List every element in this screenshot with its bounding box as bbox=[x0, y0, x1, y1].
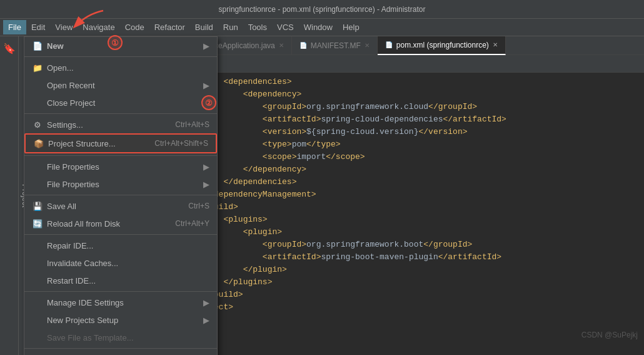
menu-vcs[interactable]: VCS bbox=[272, 20, 299, 34]
menu-invalidate-caches[interactable]: Invalidate Caches... bbox=[24, 254, 217, 272]
tab-close-icon[interactable]: ✕ bbox=[365, 42, 370, 49]
tab-manifest[interactable]: 📄 MANIFEST.MF ✕ bbox=[292, 36, 378, 55]
open-icon: 📁 bbox=[32, 62, 43, 73]
sep2 bbox=[24, 113, 217, 114]
invalidate-icon bbox=[32, 257, 43, 269]
menu-build[interactable]: Build bbox=[190, 20, 218, 34]
menu-open-recent[interactable]: Open Recent ▶ bbox=[24, 76, 217, 94]
code-line-52: <artifactId>spring-boot-maven-plugin</ar… bbox=[184, 251, 638, 264]
file-dropdown: 📄 New ▶ 📁 Open... Open Recent ▶ Close Pr… bbox=[24, 36, 218, 355]
arrow-icon: ▶ bbox=[203, 316, 209, 325]
code-line-44: </dependency> bbox=[184, 163, 638, 176]
menu-new-projects-setup[interactable]: New Projects Setup ▶ bbox=[24, 311, 217, 329]
open-recent-icon bbox=[32, 80, 43, 91]
code-line-43: <scope>import</scope> bbox=[184, 151, 638, 163]
code-line-53: </plugin> bbox=[184, 264, 638, 276]
menu-edit[interactable]: Edit bbox=[26, 20, 50, 34]
menu-save-file-template: Save File as Template... bbox=[24, 329, 217, 346]
code-line-46: </dependencyManagement> bbox=[184, 188, 638, 201]
left-sidebar: 🔖 bbox=[0, 36, 19, 355]
menu-manage-ide-settings[interactable]: Manage IDE Settings ▶ bbox=[24, 294, 217, 311]
xml-icon: 📄 bbox=[385, 41, 393, 48]
tab-pom[interactable]: 📄 pom.xml (springfunctionrce) ✕ bbox=[378, 36, 506, 55]
code-line-51: <groupId>org.springframework.boot</group… bbox=[184, 239, 638, 251]
arrow-icon: ▶ bbox=[203, 162, 209, 172]
arrow-icon: ▶ bbox=[203, 41, 209, 51]
menu-code[interactable]: Code bbox=[120, 20, 149, 34]
code-line-41: <version>${spring-cloud.version}</versio… bbox=[184, 126, 638, 138]
menu-help[interactable]: Help bbox=[338, 20, 365, 34]
restart-icon bbox=[32, 275, 43, 286]
manifest-icon: 📄 bbox=[299, 42, 307, 49]
menu-new-label: New bbox=[47, 41, 64, 51]
code-line-55: </build> bbox=[184, 289, 638, 301]
code-line-42: <type>pom</type> bbox=[184, 138, 638, 151]
sidebar-icon-1[interactable]: 🔖 bbox=[1, 39, 18, 57]
menu-close-project[interactable]: Close Project bbox=[24, 94, 217, 111]
watermark: CSDN @SuPejkj bbox=[581, 331, 638, 339]
sep3 bbox=[24, 155, 217, 156]
manage-ide-icon bbox=[32, 297, 43, 308]
menu-save-all[interactable]: 💾 Save All Ctrl+S bbox=[24, 197, 217, 215]
code-line-38: <dependency> bbox=[184, 88, 638, 101]
tab-close-icon[interactable]: ✕ bbox=[493, 41, 498, 48]
code-line-54: </plugins> bbox=[184, 276, 638, 289]
file-properties-icon bbox=[32, 161, 43, 172]
menu-local-history[interactable]: File Properties ▶ bbox=[24, 175, 217, 193]
menu-repair-ide[interactable]: Repair IDE... bbox=[24, 237, 217, 254]
save-icon: 💾 bbox=[32, 200, 43, 212]
reload-icon: 🔄 bbox=[32, 218, 43, 229]
settings-icon: ⚙ bbox=[32, 119, 43, 130]
arrow-icon: ▶ bbox=[203, 298, 209, 307]
menu-file[interactable]: File bbox=[3, 20, 26, 34]
code-line-48: <build> bbox=[184, 201, 638, 214]
code-line-40: <artifactId>spring-cloud-dependencies</a… bbox=[184, 113, 638, 126]
annotation-circle-2: ② bbox=[201, 95, 216, 110]
arrow-icon: ▶ bbox=[203, 180, 209, 189]
new-projects-icon bbox=[32, 314, 43, 326]
sep5 bbox=[24, 234, 217, 235]
project-structure-icon: 📦 bbox=[33, 138, 44, 149]
menu-tools[interactable]: Tools bbox=[243, 20, 272, 34]
sep1 bbox=[24, 56, 217, 57]
menu-refactor[interactable]: Refactor bbox=[149, 20, 190, 34]
annotation-circle-1: ① bbox=[108, 35, 123, 50]
close-project-icon bbox=[32, 97, 43, 108]
menu-open[interactable]: 📁 Open... bbox=[24, 59, 217, 76]
sep7 bbox=[24, 348, 217, 349]
menu-window[interactable]: Window bbox=[299, 20, 338, 34]
code-line-45: </dependencies> bbox=[184, 176, 638, 188]
arrow-annotation bbox=[69, 8, 106, 34]
arrow-icon: ▶ bbox=[203, 81, 209, 90]
code-content[interactable]: <dependencies> <dependency> <groupId>org… bbox=[178, 73, 644, 355]
repair-icon bbox=[32, 240, 43, 251]
code-line-39: <groupId>org.springframework.cloud</grou… bbox=[184, 101, 638, 113]
menu-run[interactable]: Run bbox=[218, 20, 243, 34]
code-line-50: <plugin> bbox=[184, 226, 638, 239]
sep6 bbox=[24, 291, 217, 292]
tab-close-icon[interactable]: ✕ bbox=[279, 42, 284, 49]
sep4 bbox=[24, 195, 217, 195]
code-line-37: <dependencies> bbox=[184, 76, 638, 88]
menu-reload-disk[interactable]: 🔄 Reload All from Disk Ctrl+Alt+Y bbox=[24, 215, 217, 232]
code-line-49: <plugins> bbox=[184, 214, 638, 226]
menu-project-structure[interactable]: 📦 Project Structure... Ctrl+Alt+Shift+S bbox=[24, 133, 217, 153]
local-history-icon bbox=[32, 178, 43, 190]
menu-settings[interactable]: ⚙ Settings... Ctrl+Alt+S bbox=[24, 116, 217, 133]
new-icon: 📄 bbox=[32, 40, 43, 51]
template-icon bbox=[32, 332, 43, 343]
menu-restart-ide[interactable]: Restart IDE... bbox=[24, 272, 217, 289]
code-line-57: </project> bbox=[184, 301, 638, 314]
menu-file-properties[interactable]: File Properties ▶ bbox=[24, 158, 217, 175]
menu-export[interactable]: Export ▶ bbox=[24, 351, 217, 355]
